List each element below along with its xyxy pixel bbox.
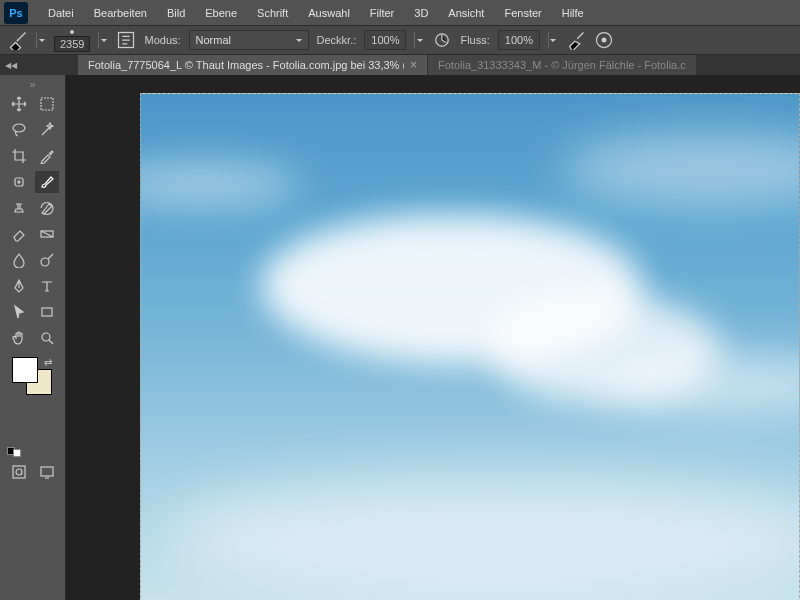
- document-tab-inactive[interactable]: Fotolia_31333343_M - © Jürgen Fälchle - …: [428, 55, 697, 75]
- zoom-tool[interactable]: [35, 327, 59, 349]
- svg-point-0: [70, 30, 74, 34]
- swap-colors-icon[interactable]: ⇄: [44, 357, 52, 368]
- eraser-tool[interactable]: [7, 223, 31, 245]
- tool-preset-icon[interactable]: [8, 30, 28, 50]
- flow-label: Fluss:: [460, 34, 489, 46]
- history-brush-tool[interactable]: [35, 197, 59, 219]
- tab-label: Fotolia_31333343_M - © Jürgen Fälchle - …: [438, 59, 686, 71]
- magic-wand-tool[interactable]: [35, 119, 59, 141]
- app-icon: Ps: [4, 2, 28, 24]
- tab-close-icon[interactable]: ×: [410, 58, 417, 72]
- tab-bar: ◀◀ Fotolia_7775064_L © Thaut Images - Fo…: [0, 55, 800, 75]
- menu-bar: Ps Datei Bearbeiten Bild Ebene Schrift A…: [0, 0, 800, 25]
- healing-brush-tool[interactable]: [7, 171, 31, 193]
- menu-hilfe[interactable]: Hilfe: [552, 3, 594, 23]
- gradient-tool[interactable]: [35, 223, 59, 245]
- menu-auswahl[interactable]: Auswahl: [298, 3, 360, 23]
- svg-point-11: [42, 333, 50, 341]
- clone-stamp-tool[interactable]: [7, 197, 31, 219]
- airbrush-icon[interactable]: [566, 30, 586, 50]
- color-swatches: ⇄: [4, 357, 61, 397]
- hand-tool[interactable]: [7, 327, 31, 349]
- menu-fenster[interactable]: Fenster: [494, 3, 551, 23]
- mode-select[interactable]: Normal: [189, 30, 309, 50]
- rectangle-tool[interactable]: [35, 301, 59, 323]
- svg-rect-10: [42, 308, 52, 316]
- type-tool[interactable]: [35, 275, 59, 297]
- brush-tip-icon: [65, 29, 79, 35]
- move-tool[interactable]: [7, 93, 31, 115]
- menu-datei[interactable]: Datei: [38, 3, 84, 23]
- opacity-value[interactable]: 100%: [364, 30, 406, 50]
- flow-dropdown[interactable]: [548, 32, 558, 48]
- svg-rect-5: [41, 98, 53, 110]
- menu-filter[interactable]: Filter: [360, 3, 404, 23]
- pressure-opacity-icon[interactable]: [432, 30, 452, 50]
- tool-preset-dropdown[interactable]: [36, 32, 46, 48]
- svg-rect-14: [41, 467, 53, 476]
- menu-bearbeiten[interactable]: Bearbeiten: [84, 3, 157, 23]
- blur-tool[interactable]: [7, 249, 31, 271]
- tab-label: Fotolia_7775064_L © Thaut Images - Fotol…: [88, 59, 404, 71]
- pen-tool[interactable]: [7, 275, 31, 297]
- tool-panel: ⇄: [0, 75, 66, 600]
- svg-point-9: [41, 258, 49, 266]
- menu-3d[interactable]: 3D: [404, 3, 438, 23]
- brush-tool[interactable]: [35, 171, 59, 193]
- menu-schrift[interactable]: Schrift: [247, 3, 298, 23]
- brush-panel-icon[interactable]: [116, 30, 136, 50]
- canvas-area[interactable]: [66, 75, 800, 600]
- pressure-size-icon[interactable]: [594, 30, 614, 50]
- svg-point-13: [16, 469, 22, 475]
- document-canvas[interactable]: [140, 93, 800, 600]
- quickmask-tool[interactable]: [7, 461, 31, 483]
- brush-size-value[interactable]: 2359: [54, 36, 90, 52]
- brush-preset-dropdown[interactable]: [98, 32, 108, 48]
- svg-rect-12: [13, 466, 25, 478]
- options-bar: 2359 Modus: Normal Deckkr.: 100% Fluss: …: [0, 25, 800, 55]
- toolbox-collapse-icon[interactable]: [26, 79, 40, 89]
- opacity-dropdown[interactable]: [414, 32, 424, 48]
- path-selection-tool[interactable]: [7, 301, 31, 323]
- flow-value[interactable]: 100%: [498, 30, 540, 50]
- marquee-tool[interactable]: [35, 93, 59, 115]
- opacity-label: Deckkr.:: [317, 34, 357, 46]
- lasso-tool[interactable]: [7, 119, 31, 141]
- mode-label: Modus:: [144, 34, 180, 46]
- svg-point-6: [13, 124, 25, 132]
- foreground-color[interactable]: [12, 357, 38, 383]
- svg-point-4: [601, 38, 606, 43]
- mode-value: Normal: [196, 34, 231, 46]
- tabbar-collapse-icon[interactable]: ◀◀: [4, 58, 18, 72]
- menu-bild[interactable]: Bild: [157, 3, 195, 23]
- dodge-tool[interactable]: [35, 249, 59, 271]
- crop-tool[interactable]: [7, 145, 31, 167]
- menu-ebene[interactable]: Ebene: [195, 3, 247, 23]
- screenmode-tool[interactable]: [35, 461, 59, 483]
- menu-ansicht[interactable]: Ansicht: [438, 3, 494, 23]
- document-tab-active[interactable]: Fotolia_7775064_L © Thaut Images - Fotol…: [78, 55, 428, 75]
- eyedropper-tool[interactable]: [35, 145, 59, 167]
